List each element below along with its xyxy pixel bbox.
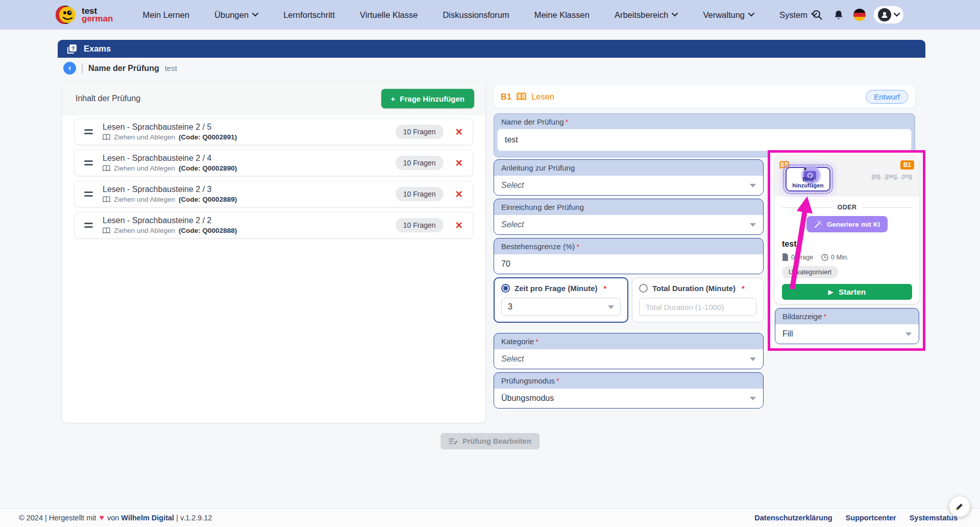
required-mark: * [566,117,569,126]
user-menu[interactable] [874,6,903,23]
nav-item-diskussionsforum[interactable]: Diskussionsforum [443,10,509,20]
footer-link-systemstatus[interactable]: Systemstatus [910,514,958,522]
search-icon[interactable] [811,8,824,21]
question-code: (Code: Q0002889) [179,196,237,203]
exam-settings-form: Anleitung zur Prüfung Select Einreichung… [494,159,764,412]
exam-image-area: B1 Bild hinzufügen .jpg, .jpeg, .png [775,156,919,197]
notifications-bell-icon[interactable] [832,8,845,21]
back-button[interactable]: ‹ [63,62,76,75]
close-icon: × [456,156,462,170]
bestehensgrenze-input[interactable]: 70 [494,254,763,274]
total-duration-input[interactable] [639,298,756,316]
floating-edit-button[interactable] [949,496,970,517]
nav-item-virtuelle-klasse[interactable]: Virtuelle Klasse [360,10,418,20]
question-title: Lesen - Sprachbausteine 2 / 5 [103,123,387,132]
exam-name-input[interactable] [497,129,912,151]
einreichung-field: Einreichung der Prüfung Select [494,199,764,235]
kategorie-select[interactable]: Select [494,349,763,369]
category-chip: Unkategorisiert [782,266,838,278]
start-exam-button[interactable]: ▶ Starten [782,284,912,300]
chevron-down-icon [672,13,678,17]
drag-handle-icon[interactable] [84,160,94,165]
exam-meta-header: B1 Lesen Entwurf [494,85,915,108]
field-label: Bildanzeige [782,312,822,321]
edit-exam-submit-button[interactable]: Prüfung Bearbeiten [440,433,540,449]
kategorie-field: Kategorie* Select [494,333,764,369]
exam-level: B1 [501,92,511,102]
clock-icon [821,254,828,261]
field-label: Bestehensgrenze (%) [501,242,575,251]
nav-item-uebungen[interactable]: Übungen [214,10,258,20]
drag-handle-icon[interactable] [84,129,94,134]
question-count-badge: 10 Fragen [396,187,444,201]
exam-preview-card: B1 Bild hinzufügen .jpg, .jpeg, .png ODE… [775,156,919,304]
chevron-down-icon [905,332,912,336]
delete-question-button[interactable]: × [456,220,462,231]
required-mark: * [576,242,579,251]
pruefungsmodus-select[interactable]: Übungsmodus [494,389,763,408]
brand-logo[interactable]: test german [55,4,113,26]
book-icon [103,165,110,172]
question-title: Lesen - Sprachbausteine 2 / 2 [103,216,387,225]
generate-with-ai-button[interactable]: Generiere mit KI [806,216,888,232]
allowed-file-types: .jpg, .jpeg, .png [870,173,912,180]
breadcrumb-label: Name der Prüfung [88,64,159,73]
close-icon: × [456,187,462,201]
bildanzeige-select[interactable]: Fill [775,324,919,344]
question-type: Ziehen und Ablegen [114,164,175,172]
exams-header-bar: ? Exams [58,40,925,58]
nav-item-lernfortschritt[interactable]: Lernfortschritt [283,10,335,20]
field-label: Anleitung zur Prüfung [501,163,575,172]
delete-question-button[interactable]: × [456,188,462,200]
document-icon [782,253,789,261]
book-icon [103,134,110,140]
chevron-down-icon [750,357,756,361]
total-duration-box: Total Duration (Minute)* [632,278,764,322]
anleitung-select[interactable]: Select [494,176,763,195]
delete-question-button[interactable]: × [456,157,462,169]
field-label: Prüfungsmodus [501,376,555,385]
field-label: Name der Prüfung [501,117,564,126]
delete-question-button[interactable]: × [456,126,462,138]
question-list: Lesen - Sprachbausteine 2 / 5 Ziehen und… [62,115,485,238]
nav-item-mein-lernen[interactable]: Mein Lernen [142,10,189,20]
drag-handle-icon[interactable] [84,191,94,197]
heart-icon: ♥ [99,513,104,522]
required-mark: * [556,376,559,385]
language-flag-german-icon[interactable] [853,9,866,21]
book-icon [517,92,526,101]
chevron-down-icon [750,397,756,400]
drag-handle-icon[interactable] [84,223,94,228]
footer-link-supportcenter[interactable]: Supportcenter [846,514,896,522]
duration-label: 0 Min. [831,254,848,261]
page-title: Exams [84,44,111,54]
level-badge: B1 [900,160,914,170]
edit-lines-icon [449,438,458,445]
zeit-pro-frage-radio[interactable]: Zeit pro Frage (Minute)* [501,284,621,293]
question-code: (Code: Q0002888) [179,227,237,234]
exam-skill: Lesen [531,92,554,102]
company-link[interactable]: Wilhelm Digital [121,514,174,522]
exam-content-header: Inhalt der Prüfung + Frage Hinzufügen [62,82,485,115]
chevron-down-icon [748,13,754,17]
close-icon: × [456,125,462,138]
nav-item-meine-klassen[interactable]: Meine Klassen [534,10,590,20]
question-type: Ziehen und Ablegen [114,196,175,203]
einreichung-select[interactable]: Select [494,215,763,234]
breadcrumb-value: test [165,64,177,73]
footer-link-datenschutz[interactable]: Datenschutzerklärung [754,514,832,522]
add-question-button[interactable]: + Frage Hinzufügen [381,89,474,108]
footer: © 2024 | Hergestellt mit ♥ von Wilhelm D… [0,508,980,527]
required-mark: * [604,284,607,293]
nav-item-arbeitsbereich[interactable]: Arbeitsbereich [615,10,678,20]
play-icon: ▶ [828,289,833,296]
zeit-pro-frage-box: Zeit pro Frage (Minute)* 3 [494,277,628,323]
copyright-text: © 2024 | Hergestellt mit [19,514,96,522]
chevron-down-icon [252,13,258,17]
question-count-badge: 10 Fragen [396,125,444,139]
add-image-button[interactable]: Bild hinzufügen [786,167,830,191]
nav-right-cluster [811,0,903,30]
nav-item-verwaltung[interactable]: Verwaltung [703,10,754,20]
total-duration-radio[interactable]: Total Duration (Minute)* [639,284,756,293]
zeit-pro-frage-select[interactable]: 3 [501,298,621,316]
